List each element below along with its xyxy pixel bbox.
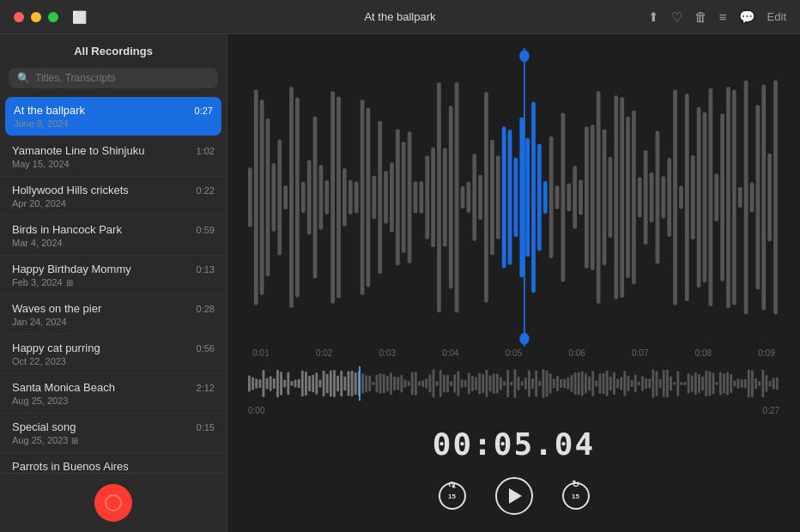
recording-duration-waves: 0:28 [197,304,215,314]
recording-item-yamanote[interactable]: Yamanote Line to Shinjuku1:02May 15, 202… [0,137,227,177]
svg-rect-108 [301,371,304,397]
svg-rect-148 [443,375,445,393]
svg-rect-223 [708,372,711,396]
skip-forward-button[interactable]: 15 ↻ [561,481,591,511]
time-labels-main: 0:010:020:030:040:050:060:070:080:09 [248,347,779,360]
svg-rect-94 [252,377,254,390]
svg-rect-73 [679,186,683,209]
list-icon[interactable]: ≡ [719,9,727,24]
share-icon[interactable]: ⬆ [648,9,659,25]
svg-rect-226 [719,372,722,396]
recording-duration-cat: 0:56 [197,343,215,354]
svg-rect-29 [419,181,423,214]
svg-rect-164 [500,377,502,390]
svg-rect-16 [342,168,347,226]
svg-rect-106 [294,380,297,388]
play-button[interactable] [495,477,533,515]
svg-rect-95 [255,378,258,389]
svg-rect-136 [400,375,403,392]
recording-title-ballpark: At the ballpark [14,104,85,117]
sidebar-toggle-icon[interactable]: ⬜ [72,10,87,24]
svg-rect-74 [685,94,689,301]
svg-rect-206 [648,378,651,388]
recording-item-cat[interactable]: Happy cat purring0:56Oct 22, 2023 [0,335,227,374]
svg-rect-198 [620,378,622,390]
svg-rect-109 [305,372,307,396]
search-icon: 🔍 [17,72,30,84]
svg-rect-221 [701,377,704,390]
svg-rect-202 [634,375,637,393]
svg-rect-10 [307,160,312,234]
svg-rect-210 [663,370,665,397]
svg-rect-231 [736,378,739,389]
svg-rect-28 [414,181,418,213]
skip-back-button[interactable]: 15 ↻ [437,481,468,511]
skip-back-circle: 15 ↻ [439,482,466,510]
search-bar[interactable]: 🔍 [9,68,218,88]
svg-rect-36 [461,186,465,209]
svg-rect-156 [471,376,474,391]
svg-rect-6 [283,185,288,209]
recording-item-special[interactable]: Special song0:15Aug 25, 2023⊞ [0,414,227,453]
main-layout: All Recordings 🔍 At the ballpark0:27June… [0,34,800,532]
titlebar-actions: ⬆ ♡ 🗑 ≡ 💬 Edit [648,9,786,25]
sidebar-footer [0,473,227,532]
svg-rect-88 [767,154,772,241]
recording-date-yamanote: May 15, 2024 [12,159,70,169]
svg-rect-130 [379,373,382,393]
recording-item-birds[interactable]: Birds in Hancock Park0:59Mar 4, 2024 [0,216,227,256]
svg-rect-100 [273,378,276,389]
edit-button[interactable]: Edit [767,10,786,23]
svg-rect-64 [626,117,630,278]
svg-rect-14 [330,91,335,304]
maximize-button[interactable] [48,12,58,22]
close-button[interactable] [14,12,24,22]
record-button[interactable] [94,484,132,522]
svg-rect-18 [355,181,359,213]
svg-rect-193 [603,373,605,395]
recording-item-santa[interactable]: Santa Monica Beach2:12Aug 25, 2023 [0,374,227,414]
svg-rect-161 [489,376,492,392]
svg-rect-101 [276,370,279,397]
trash-icon[interactable]: 🗑 [694,9,707,24]
content-area: 0:010:020:030:040:050:060:070:080:09 0:0… [227,34,800,532]
svg-rect-104 [287,372,289,395]
svg-rect-185 [574,372,577,395]
svg-rect-97 [263,370,265,397]
svg-rect-8 [295,97,300,297]
svg-rect-35 [455,82,459,313]
svg-rect-46 [519,118,524,277]
time-label-009: 0:09 [754,348,779,358]
main-waveform[interactable] [248,48,779,347]
recording-item-hollywood[interactable]: Hollywood Hills crickets0:22Apr 20, 2024 [0,177,227,216]
svg-rect-139 [411,372,414,395]
minimize-button[interactable] [31,12,41,22]
svg-rect-82 [732,90,736,305]
svg-rect-132 [386,376,389,391]
svg-rect-1 [254,89,258,305]
playback-controls: 15 ↻ 15 ↻ [248,470,779,518]
recording-item-parrots[interactable]: Parrots in Buenos Aires [0,453,227,473]
svg-rect-229 [730,374,732,393]
recording-item-waves[interactable]: Waves on the pier0:28Jan 24, 2024 [0,295,227,335]
svg-rect-122 [351,371,354,396]
svg-rect-81 [726,87,730,308]
svg-rect-214 [676,372,679,396]
heart-icon[interactable]: ♡ [671,9,682,25]
search-input[interactable] [35,72,209,84]
svg-rect-220 [698,374,700,393]
mini-waveform[interactable]: 0:00 0:27 [248,366,779,418]
recording-item-ballpark[interactable]: At the ballpark0:27June 8, 2024 [5,97,221,136]
svg-rect-213 [673,382,676,385]
svg-rect-154 [464,380,467,387]
svg-rect-102 [280,372,282,396]
bubble-icon[interactable]: 💬 [739,9,755,25]
svg-point-92 [519,333,529,345]
svg-rect-89 [773,81,778,315]
recording-title-yamanote: Yamanote Line to Shinjuku [12,144,144,157]
svg-rect-25 [396,129,400,265]
recording-item-birthday[interactable]: Happy Birthday Mommy0:13Feb 3, 2024⊞ [0,256,227,295]
svg-rect-63 [620,97,624,297]
svg-rect-0 [248,167,252,227]
recording-meta-cat: Oct 22, 2023 [12,356,215,366]
